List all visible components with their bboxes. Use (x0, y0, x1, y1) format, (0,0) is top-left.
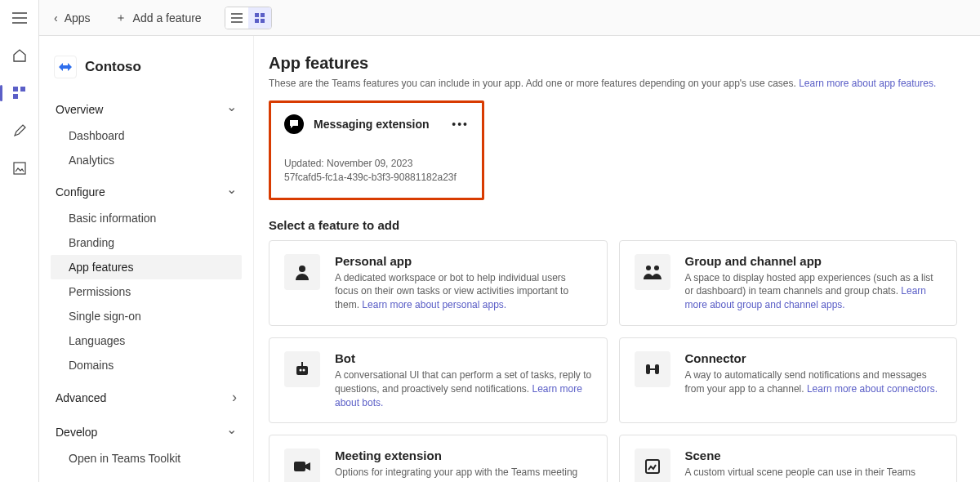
tile-desc: A dedicated workspace or bot to help ind… (335, 271, 592, 312)
content: App features These are the Teams feature… (253, 36, 980, 482)
svg-rect-5 (261, 13, 265, 17)
tile-desc: A way to automatically send notification… (685, 368, 942, 396)
brand-logo-icon (54, 56, 77, 78)
tile-bot[interactable]: BotA conversational UI that can perform … (269, 337, 608, 423)
messaging-extension-icon (284, 114, 304, 134)
svg-point-10 (654, 266, 659, 270)
add-feature-label: Add a feature (133, 11, 202, 25)
sidebar-item-domains[interactable]: Domains (51, 353, 242, 377)
svg-rect-11 (296, 366, 308, 375)
sidebar-group-configure[interactable]: Configure (51, 177, 242, 206)
learn-more-app-features-link[interactable]: Learn more about app features. (799, 78, 936, 89)
sidebar-item-branding[interactable]: Branding (51, 230, 242, 255)
sidebar-item-open-in-teams-toolkit[interactable]: Open in Teams Toolkit (51, 446, 242, 471)
sidebar-group-overview[interactable]: Overview (51, 95, 242, 123)
chevron-left-icon: ‹ (54, 11, 58, 25)
sidebar-item-single-sign-on[interactable]: Single sign-on (51, 304, 242, 328)
sidebar-item-permissions[interactable]: Permissions (51, 279, 242, 304)
svg-rect-2 (13, 94, 18, 99)
sidebar-item-basic-information[interactable]: Basic information (51, 206, 242, 230)
tile-learn-more-link[interactable]: Learn more about connectors. (807, 383, 938, 395)
top-bar: ‹ Apps ＋ Add a feature (39, 0, 980, 36)
card-title: Messaging extension (314, 118, 430, 131)
tile-title: Group and channel app (685, 254, 942, 268)
svg-rect-7 (261, 19, 265, 23)
tile-desc: A custom virtual scene people can use in… (685, 466, 942, 482)
svg-rect-17 (650, 368, 655, 370)
sidebar-group-develop[interactable]: Develop (51, 417, 242, 446)
chevron-down-icon (226, 424, 237, 440)
tile-title: Personal app (335, 254, 592, 268)
plus-icon: ＋ (115, 11, 127, 25)
tile-title: Connector (685, 351, 942, 365)
chevron-right-icon (232, 389, 237, 406)
page-description: These are the Teams features you can inc… (269, 78, 957, 89)
svg-rect-0 (13, 87, 18, 91)
tile-scene[interactable]: SceneA custom virtual scene people can u… (619, 435, 958, 482)
svg-point-9 (646, 266, 651, 270)
hamburger-icon[interactable] (7, 5, 33, 31)
brand: Contoso (51, 52, 242, 95)
sidebar-item-analytics[interactable]: Analytics (51, 148, 242, 172)
image-icon[interactable] (7, 155, 33, 181)
left-rail (0, 0, 39, 482)
chevron-down-icon (226, 184, 237, 199)
connector-icon (635, 351, 670, 387)
svg-rect-19 (646, 460, 659, 473)
scene-icon (635, 449, 670, 482)
svg-rect-16 (655, 364, 659, 374)
meeting-icon (284, 449, 320, 482)
svg-rect-18 (294, 462, 305, 471)
page-title: App features (269, 54, 957, 73)
sidebar-group-publish[interactable]: Publish (51, 475, 242, 482)
edit-icon[interactable] (7, 118, 33, 144)
sidebar-group-advanced[interactable]: Advanced (51, 382, 242, 413)
svg-rect-3 (14, 163, 25, 174)
back-button[interactable]: ‹ Apps (47, 8, 97, 28)
messaging-extension-card[interactable]: Messaging extension ••• Updated: Novembe… (269, 100, 484, 200)
chevron-down-icon (226, 101, 237, 117)
apps-icon[interactable] (7, 80, 33, 106)
tile-learn-more-link[interactable]: Learn more about personal apps. (362, 299, 506, 310)
back-label: Apps (65, 11, 91, 25)
sidebar-item-app-features[interactable]: App features (51, 255, 242, 279)
card-meta: Updated: November 09, 2023 57fcafd5-fc1a… (284, 157, 469, 185)
view-toggle (225, 7, 272, 29)
tile-meeting-extension[interactable]: Meeting extensionOptions for integrating… (269, 435, 608, 482)
list-view-button[interactable] (225, 7, 248, 29)
person-icon (284, 254, 320, 290)
tile-desc: Options for integrating your app with th… (335, 466, 592, 482)
add-section-title: Select a feature to add (269, 218, 957, 232)
svg-rect-4 (255, 13, 259, 17)
home-icon[interactable] (7, 42, 33, 69)
grid-view-button[interactable] (248, 7, 271, 29)
tile-title: Scene (685, 449, 942, 462)
group-icon (635, 254, 670, 290)
add-feature-button[interactable]: ＋ Add a feature (105, 7, 212, 29)
tile-desc: A space to display hosted app experience… (685, 271, 942, 312)
tile-desc: A conversational UI that can perform a s… (335, 368, 592, 409)
bot-icon (284, 351, 320, 387)
svg-point-13 (303, 368, 305, 371)
tile-personal-app[interactable]: Personal appA dedicated workspace or bot… (269, 240, 608, 326)
more-icon[interactable]: ••• (452, 118, 469, 131)
tile-title: Bot (335, 351, 592, 365)
svg-rect-14 (301, 362, 303, 366)
svg-rect-6 (255, 19, 259, 23)
sidebar-item-languages[interactable]: Languages (51, 328, 242, 353)
sidebar-item-dashboard[interactable]: Dashboard (51, 123, 242, 148)
tile-group-and-channel-app[interactable]: Group and channel appA space to display … (619, 240, 958, 326)
svg-rect-1 (20, 87, 25, 91)
sidebar: Contoso OverviewDashboardAnalyticsConfig… (39, 36, 253, 482)
feature-tiles: Personal appA dedicated workspace or bot… (269, 240, 957, 482)
tile-title: Meeting extension (335, 449, 592, 462)
svg-rect-15 (646, 364, 650, 374)
tile-connector[interactable]: ConnectorA way to automatically send not… (619, 337, 958, 423)
svg-point-12 (300, 368, 302, 371)
svg-point-8 (299, 266, 305, 272)
brand-name: Contoso (85, 59, 141, 75)
